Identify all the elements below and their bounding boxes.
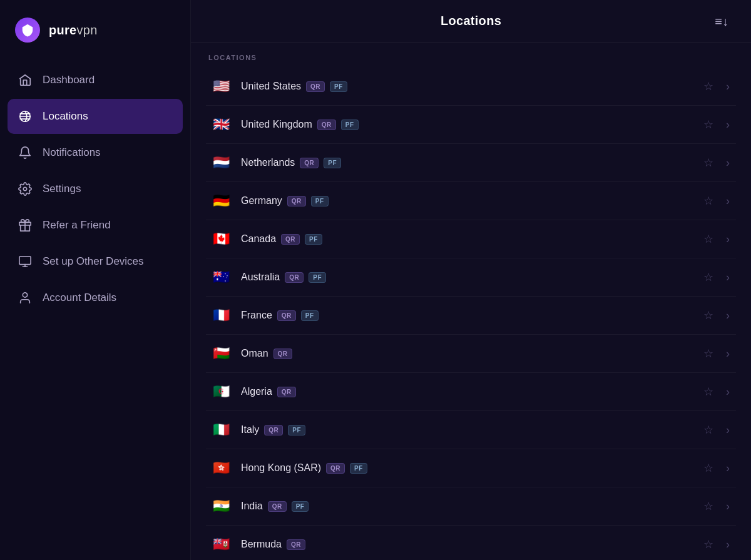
row-actions: ☆› [701, 78, 732, 94]
location-info: NetherlandsQRPF [241, 157, 692, 168]
sort-button[interactable]: ≡↓ [710, 10, 733, 32]
location-row[interactable]: 🇦🇺AustraliaQRPF☆› [206, 258, 736, 297]
location-row[interactable]: 🇬🇧United KingdomQRPF☆› [206, 106, 736, 144]
location-info: Hong Kong (SAR)QRPF [241, 462, 692, 474]
location-name: India [241, 501, 263, 512]
svg-rect-4 [19, 257, 31, 265]
expand-button[interactable]: › [723, 422, 732, 438]
qr-badge: QR [306, 81, 325, 92]
location-row[interactable]: 🇧🇲BermudaQR☆› [206, 526, 736, 560]
location-name: Netherlands [241, 157, 295, 168]
expand-button[interactable]: › [723, 498, 732, 514]
main-header: Locations ≡↓ [191, 0, 751, 43]
favorite-button[interactable]: ☆ [701, 269, 716, 285]
pf-badge: PF [309, 272, 326, 283]
locations-list: LOCATIONS 🇺🇸United StatesQRPF☆›🇬🇧United … [191, 43, 751, 560]
favorite-button[interactable]: ☆ [701, 384, 716, 400]
sidebar-item-account[interactable]: Account Details [8, 280, 183, 315]
row-actions: ☆› [701, 498, 732, 514]
expand-button[interactable]: › [723, 78, 732, 94]
location-row[interactable]: 🇮🇹ItalyQRPF☆› [206, 411, 736, 449]
qr-badge: QR [317, 120, 336, 130]
flag-icon: 🇩🇿 [210, 380, 232, 403]
expand-button[interactable]: › [723, 116, 732, 133]
location-row[interactable]: 🇨🇦CanadaQRPF☆› [206, 220, 736, 258]
favorite-button[interactable]: ☆ [701, 155, 716, 171]
nav-section: Dashboard Locations Notifications Settin… [0, 63, 190, 560]
logo-icon [15, 18, 40, 43]
pf-badge: PF [311, 196, 329, 206]
location-name: France [241, 310, 272, 321]
favorite-button[interactable]: ☆ [701, 231, 716, 247]
favorite-button[interactable]: ☆ [701, 422, 716, 438]
sidebar-item-settings[interactable]: Settings [8, 171, 183, 206]
expand-button[interactable]: › [723, 384, 732, 400]
expand-button[interactable]: › [723, 307, 732, 323]
location-name: Bermuda [241, 539, 282, 550]
location-name: Canada [241, 233, 276, 245]
favorite-button[interactable]: ☆ [701, 498, 716, 514]
qr-badge: QR [285, 272, 304, 283]
row-actions: ☆› [701, 231, 732, 247]
location-row[interactable]: 🇳🇱NetherlandsQRPF☆› [206, 144, 736, 182]
favorite-button[interactable]: ☆ [701, 307, 716, 323]
home-icon [18, 73, 33, 88]
main-content: Locations ≡↓ LOCATIONS 🇺🇸United StatesQR… [191, 0, 751, 560]
gift-icon [18, 218, 33, 233]
row-actions: ☆› [701, 536, 732, 552]
favorite-button[interactable]: ☆ [701, 536, 716, 552]
expand-button[interactable]: › [723, 155, 732, 171]
qr-badge: QR [326, 463, 345, 474]
qr-badge: QR [264, 425, 283, 435]
expand-button[interactable]: › [723, 231, 732, 247]
sidebar-label-notifications: Notifications [43, 146, 101, 159]
location-row[interactable]: 🇩🇪GermanyQRPF☆› [206, 182, 736, 220]
location-info: BermudaQR [241, 539, 692, 550]
location-row[interactable]: 🇫🇷FranceQRPF☆› [206, 297, 736, 335]
pf-badge: PF [324, 158, 341, 168]
location-info: FranceQRPF [241, 310, 692, 321]
location-row[interactable]: 🇭🇰Hong Kong (SAR)QRPF☆› [206, 449, 736, 487]
expand-button[interactable]: › [723, 536, 732, 552]
user-icon [18, 290, 33, 305]
sidebar-label-setup: Set up Other Devices [43, 255, 144, 268]
location-name: Italy [241, 424, 259, 435]
expand-button[interactable]: › [723, 460, 732, 476]
flag-icon: 🇴🇲 [210, 342, 232, 365]
sidebar-label-dashboard: Dashboard [43, 74, 95, 86]
qr-badge: QR [300, 158, 319, 168]
sidebar-item-refer[interactable]: Refer a Friend [8, 208, 183, 243]
sidebar-item-setup[interactable]: Set up Other Devices [8, 244, 183, 279]
sidebar-item-locations[interactable]: Locations [8, 99, 183, 134]
location-row[interactable]: 🇺🇸United StatesQRPF☆› [206, 68, 736, 106]
flag-icon: 🇺🇸 [210, 75, 232, 98]
row-actions: ☆› [701, 460, 732, 476]
location-info: IndiaQRPF [241, 501, 692, 512]
favorite-button[interactable]: ☆ [701, 193, 716, 209]
favorite-button[interactable]: ☆ [701, 78, 716, 94]
qr-badge: QR [287, 196, 306, 206]
expand-button[interactable]: › [723, 345, 732, 362]
bell-icon [18, 145, 33, 160]
expand-button[interactable]: › [723, 269, 732, 285]
pf-badge: PF [305, 234, 322, 245]
sidebar-item-notifications[interactable]: Notifications [8, 135, 183, 170]
sidebar-item-dashboard[interactable]: Dashboard [8, 63, 183, 98]
location-info: OmanQR [241, 348, 692, 359]
expand-button[interactable]: › [723, 193, 732, 209]
favorite-button[interactable]: ☆ [701, 116, 716, 133]
sidebar: purevpn Dashboard Locations Notification… [0, 0, 191, 560]
logo-area: purevpn [0, 0, 190, 63]
favorite-button[interactable]: ☆ [701, 345, 716, 362]
page-title: Locations [441, 14, 501, 28]
location-info: AlgeriaQR [241, 386, 692, 397]
location-row[interactable]: 🇩🇿AlgeriaQR☆› [206, 373, 736, 411]
location-row[interactable]: 🇮🇳IndiaQRPF☆› [206, 487, 736, 526]
location-info: AustraliaQRPF [241, 272, 692, 283]
row-actions: ☆› [701, 384, 732, 400]
row-actions: ☆› [701, 155, 732, 171]
location-row[interactable]: 🇴🇲OmanQR☆› [206, 335, 736, 373]
flag-icon: 🇮🇳 [210, 495, 232, 517]
location-name: Oman [241, 348, 268, 359]
favorite-button[interactable]: ☆ [701, 460, 716, 476]
